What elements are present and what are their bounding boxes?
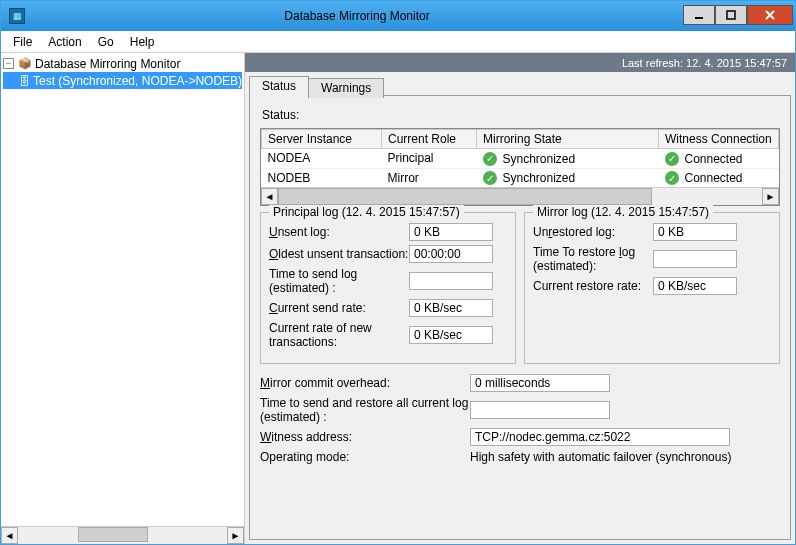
- tab-status[interactable]: Status: [249, 76, 309, 96]
- send-restore-label: Time to send and restore all current log…: [260, 396, 470, 424]
- new-trans-value: 0 KB/sec: [409, 326, 493, 344]
- check-icon: ✓: [665, 152, 679, 166]
- status-grid[interactable]: Server Instance Current Role Mirroring S…: [260, 128, 780, 206]
- operating-mode-label: Operating mode:: [260, 450, 470, 464]
- tree-item-test[interactable]: 🗄 Test (Synchronized, NODEA->NODEB): [3, 72, 242, 89]
- time-send-value: [409, 272, 493, 290]
- send-rate-value: 0 KB/sec: [409, 299, 493, 317]
- menubar: File Action Go Help: [1, 31, 795, 53]
- menu-file[interactable]: File: [5, 35, 40, 49]
- unrestored-log-value: 0 KB: [653, 223, 737, 241]
- tree-root-label: Database Mirroring Monitor: [35, 57, 180, 71]
- menu-action[interactable]: Action: [40, 35, 89, 49]
- window-title: Database Mirroring Monitor: [31, 9, 683, 23]
- principal-legend: Principal log (12. 4. 2015 15:47:57): [269, 205, 464, 219]
- overhead-label: Mirror commit overhead:: [260, 376, 470, 390]
- col-witness[interactable]: Witness Connection: [659, 130, 779, 149]
- database-icon: 🗄: [19, 74, 30, 88]
- restore-rate-label: Current restore rate:: [533, 279, 653, 293]
- send-restore-value: [470, 401, 610, 419]
- unrestored-log-label: Unrestored log:: [533, 225, 653, 239]
- tree-hscrollbar[interactable]: ◄ ►: [1, 526, 244, 544]
- new-trans-label: Current rate of new transactions:: [269, 321, 409, 349]
- maximize-button[interactable]: [715, 5, 747, 25]
- principal-group: Principal log (12. 4. 2015 15:47:57) Uns…: [260, 212, 516, 364]
- titlebar[interactable]: ▦ Database Mirroring Monitor: [1, 1, 795, 31]
- menu-go[interactable]: Go: [90, 35, 122, 49]
- minimize-button[interactable]: [683, 5, 715, 25]
- scroll-right-icon[interactable]: ►: [762, 188, 779, 205]
- tree-item-label: Test (Synchronized, NODEA->NODEB): [33, 74, 242, 88]
- scroll-thumb[interactable]: [278, 188, 652, 205]
- app-icon: ▦: [9, 8, 25, 24]
- col-server[interactable]: Server Instance: [262, 130, 382, 149]
- tree-panel: − 📦 Database Mirroring Monitor 🗄 Test (S…: [1, 53, 245, 544]
- table-row: NODEA Principal ✓Synchronized ✓Connected: [262, 149, 779, 169]
- witness-address-value: TCP://nodec.gemma.cz:5022: [470, 428, 730, 446]
- scroll-right-icon[interactable]: ►: [227, 527, 244, 544]
- unsent-log-value: 0 KB: [409, 223, 493, 241]
- oldest-unsent-label: Oldest unsent transaction:: [269, 247, 409, 261]
- witness-address-label: Witness address:: [260, 430, 470, 444]
- grid-hscrollbar[interactable]: ◄ ►: [261, 187, 779, 205]
- col-role[interactable]: Current Role: [382, 130, 477, 149]
- restore-rate-value: 0 KB/sec: [653, 277, 737, 295]
- mirror-group: Mirror log (12. 4. 2015 15:47:57) Unrest…: [524, 212, 780, 364]
- scroll-left-icon[interactable]: ◄: [1, 527, 18, 544]
- tree-root[interactable]: − 📦 Database Mirroring Monitor: [3, 55, 242, 72]
- monitor-icon: 📦: [18, 57, 32, 71]
- close-button[interactable]: [747, 5, 793, 25]
- last-refresh: Last refresh: 12. 4. 2015 15:47:57: [245, 53, 795, 72]
- collapse-icon[interactable]: −: [3, 58, 14, 69]
- time-send-label: Time to send log (estimated) :: [269, 267, 409, 295]
- oldest-unsent-value: 00:00:00: [409, 245, 493, 263]
- scroll-left-icon[interactable]: ◄: [261, 188, 278, 205]
- content-panel: Last refresh: 12. 4. 2015 15:47:57 Statu…: [245, 53, 795, 544]
- check-icon: ✓: [483, 152, 497, 166]
- tab-warnings[interactable]: Warnings: [308, 78, 384, 98]
- scroll-thumb[interactable]: [78, 527, 148, 542]
- mirror-legend: Mirror log (12. 4. 2015 15:47:57): [533, 205, 713, 219]
- col-mirroring-state[interactable]: Mirroring State: [477, 130, 659, 149]
- table-row: NODEB Mirror ✓Synchronized ✓Connected: [262, 168, 779, 187]
- check-icon: ✓: [665, 171, 679, 185]
- svg-rect-1: [727, 11, 735, 19]
- status-label: Status:: [262, 108, 780, 122]
- menu-help[interactable]: Help: [122, 35, 163, 49]
- operating-mode-value: High safety with automatic failover (syn…: [470, 450, 731, 464]
- overhead-value: 0 milliseconds: [470, 374, 610, 392]
- unsent-log-label: Unsent log:: [269, 225, 409, 239]
- time-restore-label: Time To restore log (estimated):: [533, 245, 653, 273]
- time-restore-value: [653, 250, 737, 268]
- send-rate-label: Current send rate:: [269, 301, 409, 315]
- check-icon: ✓: [483, 171, 497, 185]
- main-window: ▦ Database Mirroring Monitor File Action…: [0, 0, 796, 545]
